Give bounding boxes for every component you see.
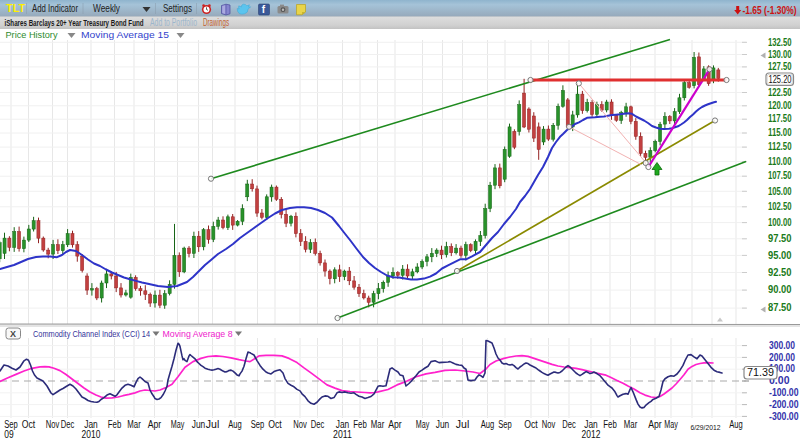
svg-text:Nov: Nov	[542, 419, 556, 430]
svg-text:Weekly: Weekly	[93, 3, 120, 14]
svg-text:107.50: 107.50	[768, 170, 792, 181]
svg-text:Commodity Channel Index (CCI): Commodity Channel Index (CCI) 14	[33, 328, 150, 339]
svg-text:Moving Average 8: Moving Average 8	[163, 328, 233, 339]
svg-text:Sep: Sep	[498, 419, 512, 430]
svg-text:2011: 2011	[333, 429, 352, 440]
svg-text:-300.00: -300.00	[769, 411, 799, 422]
svg-text:09: 09	[4, 429, 14, 440]
svg-text:Jul: Jul	[206, 419, 220, 430]
svg-text:Feb: Feb	[603, 419, 617, 430]
svg-text:Jun: Jun	[192, 419, 206, 430]
svg-text:Drawings: Drawings	[203, 17, 229, 28]
svg-text:Add Indicator: Add Indicator	[32, 3, 79, 14]
svg-text:Jan: Jan	[584, 419, 598, 430]
svg-text:71.39: 71.39	[747, 367, 774, 378]
svg-text:-100.00: -100.00	[769, 387, 799, 398]
svg-text:May: May	[664, 419, 678, 430]
svg-text:Dec: Dec	[311, 419, 325, 430]
svg-text:Jan: Jan	[84, 419, 98, 430]
svg-text:Oct: Oct	[268, 419, 282, 430]
svg-text:Nov: Nov	[46, 419, 60, 430]
svg-text:Aug: Aug	[481, 419, 495, 430]
svg-text:-1.65 (-1.30%): -1.65 (-1.30%)	[743, 4, 797, 16]
svg-text:Feb: Feb	[108, 419, 122, 430]
svg-text:TLT: TLT	[6, 2, 26, 14]
svg-text:Sep: Sep	[251, 419, 265, 430]
svg-text:May: May	[416, 419, 430, 430]
svg-text:300.00: 300.00	[769, 340, 795, 351]
svg-text:Jul: Jul	[456, 419, 470, 430]
svg-text:102.50: 102.50	[768, 201, 792, 212]
svg-text:-200.00: -200.00	[769, 399, 799, 410]
svg-text:Add to Portfolio: Add to Portfolio	[150, 17, 197, 28]
svg-text:Apr: Apr	[148, 419, 162, 430]
svg-text:Moving Average 15: Moving Average 15	[81, 29, 169, 40]
svg-text:iShares Barclays 20+ Year Trea: iShares Barclays 20+ Year Treasury Bond …	[5, 17, 144, 28]
svg-text:Mar: Mar	[624, 419, 638, 430]
svg-text:Settings: Settings	[163, 3, 192, 14]
svg-text:Feb: Feb	[353, 419, 367, 430]
svg-text:120.00: 120.00	[768, 100, 792, 111]
svg-text:2012: 2012	[582, 429, 601, 440]
svg-text:110.00: 110.00	[768, 156, 792, 167]
svg-text:117.50: 117.50	[768, 113, 792, 124]
svg-text:Jun: Jun	[436, 419, 450, 430]
svg-text:200.00: 200.00	[769, 352, 795, 363]
svg-text:115.00: 115.00	[768, 127, 792, 138]
svg-text:6/29/2012: 6/29/2012	[691, 423, 721, 432]
svg-text:100.00: 100.00	[768, 217, 792, 228]
svg-text:132.50: 132.50	[768, 37, 792, 48]
svg-text:Oct: Oct	[22, 419, 36, 430]
svg-text:Aug: Aug	[729, 419, 743, 430]
svg-text:122.50: 122.50	[768, 87, 792, 98]
svg-text:95.00: 95.00	[768, 250, 792, 261]
svg-text:Aug: Aug	[228, 419, 242, 430]
svg-text:2010: 2010	[82, 429, 101, 440]
svg-text:X: X	[10, 329, 16, 339]
svg-text:Dec: Dec	[61, 419, 75, 430]
svg-text:May: May	[171, 419, 185, 430]
svg-text:Apr: Apr	[388, 419, 402, 430]
svg-text:Oct: Oct	[524, 419, 538, 430]
svg-text:92.50: 92.50	[768, 267, 792, 278]
svg-text:Price History: Price History	[6, 29, 58, 40]
svg-text:Mar: Mar	[371, 419, 385, 430]
svg-text:Jan: Jan	[336, 419, 350, 430]
svg-text:105.00: 105.00	[768, 186, 792, 197]
svg-text:127.50: 127.50	[768, 61, 792, 72]
svg-text:90.00: 90.00	[768, 284, 792, 295]
svg-text:112.50: 112.50	[768, 141, 792, 152]
svg-text:130.00: 130.00	[768, 49, 792, 60]
svg-text:Apr: Apr	[648, 419, 662, 430]
svg-text:Sep: Sep	[4, 419, 18, 430]
svg-text:87.50: 87.50	[768, 302, 792, 313]
svg-text:125.20: 125.20	[769, 74, 792, 85]
svg-text:97.50: 97.50	[768, 233, 792, 244]
svg-text:Nov: Nov	[293, 419, 307, 430]
svg-text:Dec: Dec	[562, 419, 576, 430]
svg-text:Mar: Mar	[127, 419, 141, 430]
